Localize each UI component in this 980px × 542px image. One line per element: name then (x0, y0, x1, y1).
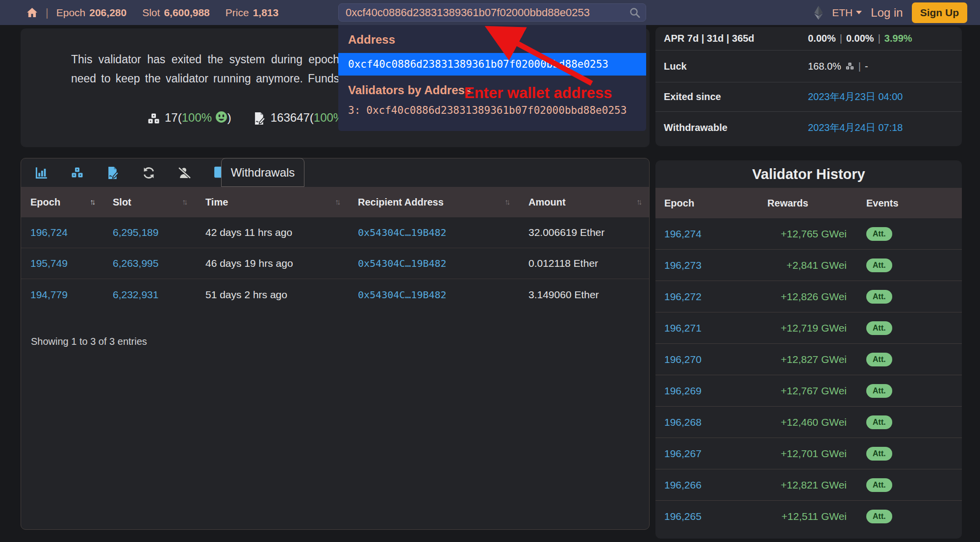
epoch-value: 206,280 (89, 7, 126, 19)
exit-notice-line2: need to keep the validator running anymo… (71, 69, 339, 88)
validator-index: 3: (348, 104, 360, 116)
history-row: 196,267 +12,701 GWei Att. (655, 438, 962, 469)
epoch-link[interactable]: 196,268 (664, 416, 702, 428)
recipient-address-link[interactable]: 0x54304C…19B482 (358, 289, 447, 301)
value-divider: | (840, 33, 842, 44)
table-row: 194,779 6,232,931 51 days 2 hrs ago 0x54… (21, 279, 649, 310)
history-row: 196,270 +12,827 GWei Att. (655, 344, 962, 375)
apr-label: APR 7d | 31d | 365d (664, 33, 754, 44)
epoch-link[interactable]: 196,266 (664, 479, 702, 490)
validator-history-card: Validator History Epoch Rewards Events 1… (655, 160, 962, 539)
withdrawable-label: Withdrawable (664, 122, 728, 133)
history-row: 196,265 +12,511 GWei Att. (655, 501, 962, 532)
value-divider: | (858, 61, 861, 72)
signup-button[interactable]: Sign Up (912, 2, 967, 23)
apr-7d: 0.00% (808, 33, 836, 44)
withdrawable-row: Withdrawable 2023年4月24日 07:18 (655, 111, 962, 144)
withdrawals-card: Withdrawals Epoch ↑↓ Slot ↑↓ Time ↑↓ Rec… (21, 158, 650, 530)
recipient-address-link[interactable]: 0x54304C…19B482 (358, 258, 447, 269)
history-row: 196,272 +12,826 GWei Att. (655, 281, 962, 312)
column-header-slot[interactable]: Slot ↑↓ (103, 197, 196, 208)
table-row: 196,724 6,295,189 42 days 11 hrs ago 0x5… (21, 217, 649, 248)
attestation-badge: Att. (866, 353, 892, 366)
validator-history-title: Validator History (655, 160, 962, 188)
sort-icon[interactable]: ↑↓ (335, 198, 341, 206)
slot-stat[interactable]: Slot 6,600,988 (142, 7, 210, 19)
epoch-link[interactable]: 196,274 (664, 228, 702, 239)
epoch-link[interactable]: 196,265 (664, 511, 702, 522)
dropdown-validator-result[interactable]: 3: 0xcf40c0886d23831389361b07f02000bbd88… (338, 104, 646, 116)
cubes-icon (147, 112, 160, 125)
withdrawable-value: 2023年4月24日 07:18 (808, 121, 903, 134)
epoch-link[interactable]: 196,724 (30, 227, 68, 238)
slot-link[interactable]: 6,263,995 (113, 258, 158, 269)
attestation-badge: Att. (866, 478, 892, 492)
reward-cell: +2,841 GWei (729, 259, 847, 271)
column-header-recipient[interactable]: Recipient Address ↑↓ (349, 197, 518, 208)
tab-withdrawals[interactable]: Withdrawals (221, 158, 304, 187)
epoch-link[interactable]: 196,269 (664, 385, 702, 396)
withdrawals-table-header: Epoch ↑↓ Slot ↑↓ Time ↑↓ Recipient Addre… (21, 187, 649, 217)
history-row: 196,269 +12,767 GWei Att. (655, 375, 962, 407)
login-link[interactable]: Log in (871, 6, 903, 20)
blocks-close: ) (227, 111, 231, 124)
exited-since-value: 2023年4月23日 04:00 (808, 90, 903, 103)
navbar-divider: | (46, 6, 49, 19)
epoch-link[interactable]: 196,273 (664, 259, 702, 271)
epoch-link[interactable]: 196,267 (664, 448, 702, 459)
attestation-badge: Att. (866, 258, 892, 272)
price-label: Price (226, 7, 249, 19)
epoch-link[interactable]: 194,779 (30, 289, 68, 300)
validator-stats: 17(100% ) 163647(100% (147, 111, 359, 126)
attestation-badge: Att. (866, 510, 892, 523)
sort-icon[interactable]: ↑↓ (90, 198, 96, 206)
epoch-link[interactable]: 196,271 (664, 322, 702, 334)
column-header-epoch[interactable]: Epoch ↑↓ (21, 197, 103, 208)
currency-dropdown[interactable]: ETH (832, 7, 862, 19)
luck-secondary: - (865, 61, 868, 72)
tab-blocks[interactable] (71, 166, 84, 180)
smiley-icon (215, 111, 227, 126)
epoch-stat[interactable]: Epoch 206,280 (56, 7, 126, 19)
history-row: 196,268 +12,460 GWei Att. (655, 407, 962, 438)
history-row: 196,271 +12,719 GWei Att. (655, 312, 962, 344)
history-row: 196,274 +12,765 GWei Att. (655, 218, 962, 250)
luck-percent: 168.0% (808, 61, 841, 72)
blocks-stat: 17(100% ) (147, 111, 231, 126)
reward-cell: +12,511 GWei (729, 511, 847, 522)
price-stat[interactable]: Price 1,813 (226, 7, 278, 19)
epoch-link[interactable]: 196,270 (664, 354, 702, 365)
epoch-link[interactable]: 196,272 (664, 291, 702, 302)
history-column-epoch: Epoch (655, 198, 729, 209)
tab-bar: Withdrawals (21, 158, 649, 187)
slot-link[interactable]: 6,295,189 (113, 227, 158, 238)
value-divider: | (878, 33, 880, 44)
reward-cell: +12,826 GWei (729, 291, 847, 303)
search-icon[interactable] (629, 7, 640, 20)
tab-attestations[interactable] (106, 166, 120, 180)
file-signature-icon (253, 112, 266, 125)
column-label: Slot (113, 197, 131, 208)
epoch-link[interactable]: 195,749 (30, 258, 68, 269)
attestation-badge: Att. (866, 384, 892, 398)
column-header-time[interactable]: Time ↑↓ (196, 197, 349, 208)
tab-slashings[interactable] (178, 166, 191, 180)
sort-icon[interactable]: ↑↓ (636, 198, 642, 206)
attestation-badge: Att. (866, 415, 892, 429)
luck-row: Luck 168.0% | - (655, 50, 962, 82)
time-cell: 51 days 2 hrs ago (196, 289, 349, 301)
validator-address: 0xcf40c0886d23831389361b07f02000bbd88e02… (366, 104, 627, 116)
sort-icon[interactable]: ↑↓ (182, 198, 188, 206)
sort-icon[interactable]: ↑↓ (504, 198, 510, 206)
recipient-address-link[interactable]: 0x54304C…19B482 (358, 227, 447, 238)
home-icon[interactable] (26, 7, 38, 18)
entries-summary: Showing 1 to 3 of 3 entries (31, 336, 147, 347)
column-header-amount[interactable]: Amount ↑↓ (518, 197, 650, 208)
chevron-down-icon (856, 11, 862, 14)
blocks-percent: 100% (182, 111, 212, 124)
tab-charts[interactable] (35, 166, 48, 180)
tab-sync[interactable] (142, 166, 155, 180)
slot-link[interactable]: 6,232,931 (113, 289, 158, 300)
slot-value: 6,600,988 (164, 7, 209, 19)
reward-cell: +12,701 GWei (729, 448, 847, 460)
